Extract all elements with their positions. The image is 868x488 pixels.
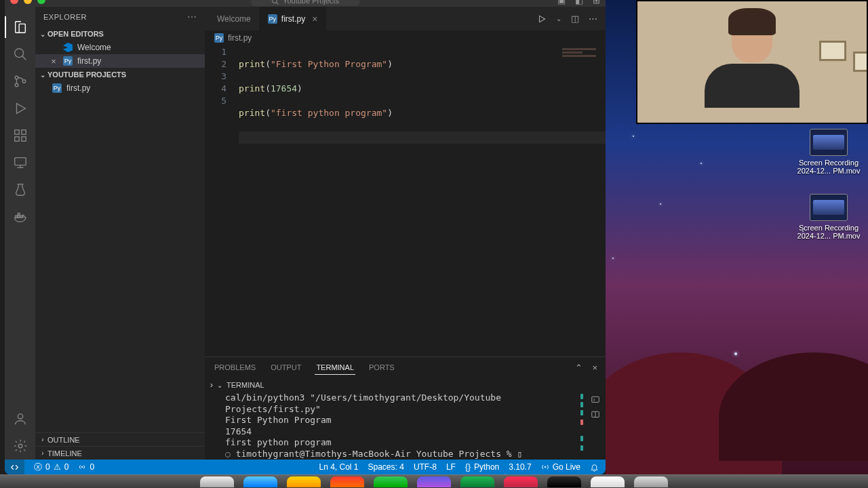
panel-tab-problems[interactable]: PROBLEMS [213, 361, 257, 374]
status-python-version[interactable]: 3.10.7 [509, 462, 531, 472]
status-language[interactable]: {} Python [465, 462, 499, 472]
svg-point-6 [22, 80, 26, 83]
editor-more-icon[interactable]: ⋯ [589, 14, 597, 24]
terminal-group-header[interactable]: › ⌄ TERMINAL [205, 378, 606, 392]
status-problems[interactable]: ⓧ0 ⚠0 [34, 462, 68, 473]
close-icon[interactable]: × [49, 56, 58, 66]
terminal-split-icon[interactable] [591, 410, 600, 420]
desktop-file-recording-1[interactable]: Screen Recording 2024-12... PM.mov [796, 129, 861, 175]
remote-indicator[interactable] [5, 460, 24, 474]
horizontal-scrollbar[interactable] [205, 348, 606, 357]
title-bar: Youtube Projects ▣ ◧ ⊞ [5, 0, 606, 7]
svg-marker-7 [16, 104, 25, 114]
maximize-window-icon[interactable] [37, 0, 45, 4]
docker-activity-icon[interactable] [5, 203, 35, 230]
remote-explorer-activity-icon[interactable] [5, 149, 35, 176]
layout-customize-icon[interactable]: ⊞ [593, 0, 600, 5]
status-go-live[interactable]: Go Live [541, 462, 580, 472]
source-control-activity-icon[interactable] [5, 68, 35, 95]
open-editor-first-py[interactable]: × Py first.py [35, 54, 205, 68]
minimap[interactable] [562, 48, 603, 68]
svg-rect-19 [18, 214, 20, 216]
split-editor-icon[interactable]: ◫ [571, 14, 579, 24]
explorer-more-icon[interactable]: ⋯ [187, 12, 197, 22]
python-file-icon: Py [52, 83, 62, 94]
status-encoding[interactable]: UTF-8 [414, 462, 437, 472]
command-center[interactable]: Youtube Projects [251, 0, 359, 6]
testing-activity-icon[interactable] [5, 176, 35, 203]
terminal[interactable]: cal/bin/python3 "/Users/timothygrant/Des… [205, 392, 606, 460]
outline-section[interactable]: › OUTLINE [35, 432, 205, 446]
close-icon[interactable]: × [312, 14, 317, 24]
line-gutter: 1 2 3 4 5 [205, 45, 239, 348]
explorer-activity-icon[interactable] [5, 14, 35, 41]
open-editor-label: Welcome [77, 43, 111, 52]
file-label: Screen Recording 2024-12... PM.mov [796, 159, 861, 175]
status-bar: ⓧ0 ⚠0 0 Ln 4, Col 1 Spaces: 4 UTF-8 LF {… [5, 460, 606, 474]
open-editors-section[interactable]: ⌄ OPEN EDITORS [35, 27, 205, 41]
macos-dock[interactable] [0, 474, 868, 488]
chevron-right-icon: › [38, 436, 47, 443]
layout-panel-icon[interactable]: ▣ [557, 0, 566, 5]
activity-bar [5, 7, 35, 460]
svg-rect-9 [14, 137, 18, 141]
panel-tab-terminal[interactable]: TERMINAL [315, 361, 355, 375]
svg-rect-10 [21, 137, 25, 141]
tab-welcome[interactable]: Welcome [205, 7, 260, 30]
desktop-file-recording-2[interactable]: Screen Recording 2024-12... PM.mov [796, 194, 861, 240]
code-lines[interactable]: print("First Python Program") print(1765… [239, 45, 606, 348]
open-editors-label: OPEN EDITORS [47, 30, 104, 38]
panel-maximize-icon[interactable]: ⌃ [575, 363, 583, 373]
file-first-py[interactable]: Py first.py [35, 81, 205, 95]
run-icon[interactable] [537, 14, 547, 24]
extensions-activity-icon[interactable] [5, 122, 35, 149]
svg-line-3 [22, 56, 26, 60]
panel-tab-output[interactable]: OUTPUT [269, 361, 302, 374]
status-spaces[interactable]: Spaces: 4 [368, 462, 404, 472]
svg-rect-23 [592, 396, 599, 402]
run-debug-activity-icon[interactable] [5, 95, 35, 122]
run-dropdown-icon[interactable]: ⌄ [556, 15, 561, 22]
search-activity-icon[interactable] [5, 41, 35, 68]
vscode-window: Youtube Projects ▣ ◧ ⊞ [5, 0, 606, 474]
account-activity-icon[interactable] [5, 405, 35, 432]
minimize-window-icon[interactable] [24, 0, 32, 4]
svg-point-27 [545, 466, 546, 468]
project-section[interactable]: ⌄ YOUTUBE PROJECTS [35, 68, 205, 81]
chevron-down-icon: ⌄ [217, 382, 222, 389]
terminal-new-icon[interactable] [591, 395, 600, 405]
notifications-icon[interactable] [590, 463, 599, 472]
status-cursor[interactable]: Ln 4, Col 1 [319, 462, 358, 472]
timeline-section[interactable]: › TIMELINE [35, 446, 205, 460]
tab-first-py[interactable]: Py first.py × [260, 7, 327, 30]
svg-point-21 [18, 444, 22, 448]
terminal-scrollbar[interactable] [578, 392, 585, 460]
webcam-overlay [636, 0, 868, 124]
panel-tab-ports[interactable]: PORTS [368, 361, 396, 374]
editor-tabs: Welcome Py first.py × ⌄ ◫ ⋯ [205, 7, 606, 30]
desktop-background: Screen Recording 2024-12... PM.mov Scree… [606, 0, 868, 474]
layout-sidebar-icon[interactable]: ◧ [575, 0, 583, 5]
chevron-down-icon: ⌄ [38, 30, 47, 38]
close-window-icon[interactable] [10, 0, 18, 4]
braces-icon: {} [465, 462, 471, 472]
panel-tabs: PROBLEMS OUTPUT TERMINAL PORTS ⌃ × [205, 357, 606, 378]
chevron-right-icon: › [210, 380, 213, 390]
svg-rect-8 [14, 130, 18, 134]
panel-close-icon[interactable]: × [592, 363, 597, 373]
chevron-right-icon: › [38, 449, 47, 457]
breadcrumb[interactable]: Py first.py [205, 30, 606, 45]
svg-point-4 [15, 76, 18, 79]
code-editor[interactable]: 1 2 3 4 5 print("First Python Program") … [205, 45, 606, 348]
window-title: Youtube Projects [283, 0, 339, 5]
settings-activity-icon[interactable] [5, 432, 35, 460]
status-ports[interactable]: 0 [78, 462, 94, 472]
open-editor-welcome[interactable]: Welcome [35, 41, 205, 54]
video-thumbnail-icon [810, 194, 848, 221]
project-label: YOUTUBE PROJECTS [47, 70, 126, 79]
person-silhouette [705, 15, 800, 110]
antenna-icon [78, 463, 86, 471]
editor-actions: ⌄ ◫ ⋯ [537, 7, 606, 30]
status-eol[interactable]: LF [446, 462, 456, 472]
svg-point-0 [272, 0, 277, 3]
